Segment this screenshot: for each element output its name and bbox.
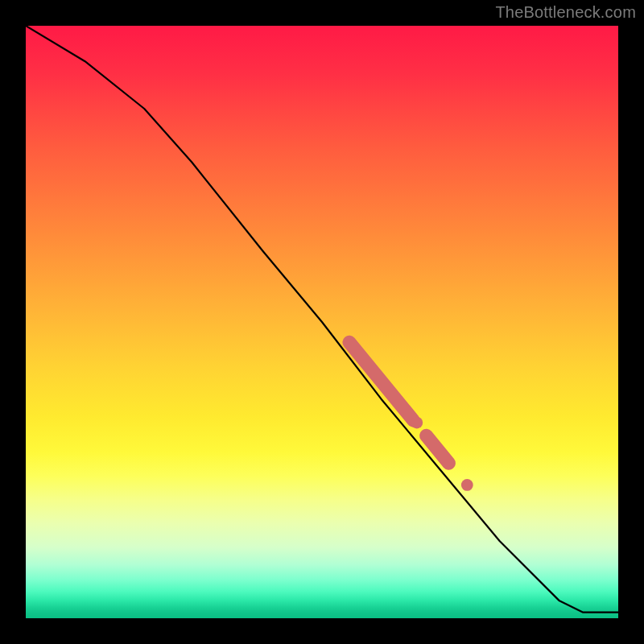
chart-stage: TheBottleneck.com [0, 0, 644, 644]
marker-pill [349, 342, 413, 420]
curve-line [26, 26, 618, 613]
curve-markers [349, 342, 473, 491]
chart-svg [26, 26, 618, 618]
marker-pill [427, 436, 449, 463]
attribution-label: TheBottleneck.com [495, 3, 636, 22]
marker-dot [411, 417, 423, 429]
marker-dot [461, 479, 473, 491]
plot-area [26, 26, 618, 618]
